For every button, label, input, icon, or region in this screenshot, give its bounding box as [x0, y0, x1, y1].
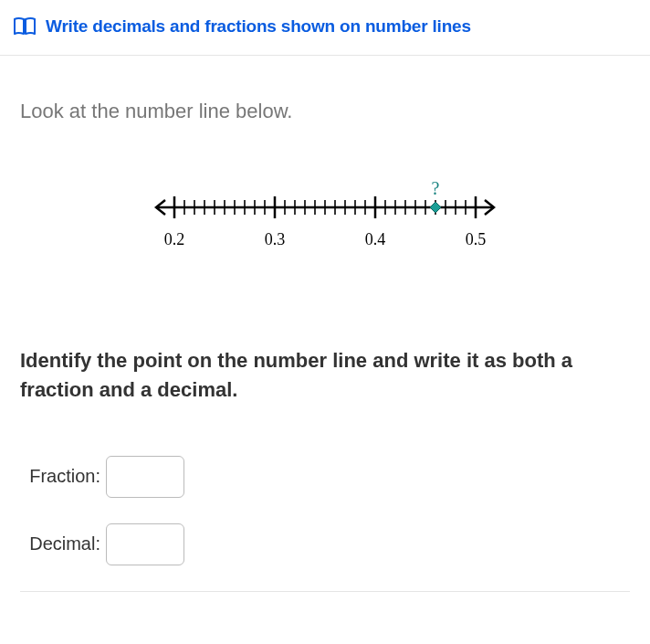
- decimal-row: Decimal:: [20, 523, 630, 565]
- page-title: Write decimals and fractions shown on nu…: [46, 16, 471, 37]
- tick-label: 0.4: [365, 230, 386, 249]
- decimal-input[interactable]: [106, 523, 184, 565]
- fraction-label: Fraction:: [20, 466, 100, 487]
- book-icon: [13, 16, 37, 37]
- fraction-input[interactable]: [106, 456, 184, 498]
- decimal-label: Decimal:: [20, 533, 100, 554]
- instruction-text: Look at the number line below.: [20, 100, 630, 123]
- page-header: Write decimals and fractions shown on nu…: [0, 0, 650, 56]
- svg-marker-34: [430, 202, 441, 213]
- number-line: ? 0.2 0.3 0.4 0.5: [147, 189, 503, 262]
- tick-label: 0.2: [164, 230, 185, 249]
- question-text: Identify the point on the number line an…: [20, 346, 630, 405]
- tick-label: 0.5: [466, 230, 487, 249]
- point-marker-label: ?: [432, 178, 440, 199]
- tick-label: 0.3: [265, 230, 286, 249]
- divider: [20, 591, 630, 592]
- fraction-row: Fraction:: [20, 456, 630, 498]
